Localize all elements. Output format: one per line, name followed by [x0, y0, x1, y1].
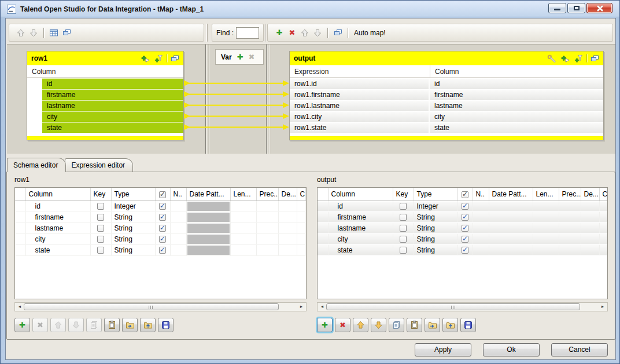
schema-row[interactable]: lastnameString [318, 222, 607, 233]
cell-precision[interactable] [256, 200, 278, 211]
cell-length[interactable] [230, 233, 256, 244]
minimize-mapper-button[interactable] [60, 27, 73, 39]
key-checkbox[interactable] [400, 236, 407, 243]
cell-precision[interactable] [256, 233, 278, 244]
cell-comment[interactable] [297, 222, 306, 233]
cell-type[interactable]: String [111, 211, 155, 222]
output-row-expression[interactable]: row1.firstname [290, 90, 430, 100]
schema-row[interactable]: idInteger [15, 200, 306, 211]
import-schema-button[interactable] [425, 318, 440, 332]
cell-comment[interactable] [599, 200, 607, 211]
cell-precision[interactable] [256, 211, 278, 222]
input-row-column[interactable]: city [42, 112, 183, 122]
cell-date-pattern[interactable] [489, 200, 533, 211]
cell-column[interactable]: firstname [25, 211, 90, 222]
move-down-button[interactable] [371, 318, 386, 332]
cell-column[interactable]: state [328, 244, 393, 255]
key-checkbox[interactable] [97, 225, 104, 232]
import-schema-button[interactable] [122, 318, 138, 332]
restore-mapper-button[interactable] [331, 27, 344, 39]
output-row[interactable]: row1.idid [290, 79, 603, 89]
cell-default[interactable] [581, 233, 599, 244]
cell-column[interactable]: state [25, 244, 90, 255]
cell-type[interactable]: Integer [111, 200, 155, 211]
cell-default[interactable] [278, 211, 297, 222]
add-var-button[interactable]: ✚ [237, 53, 243, 61]
cell-column[interactable]: city [328, 233, 393, 244]
add-output-button[interactable]: ✚ [273, 27, 286, 39]
paste-button[interactable] [104, 318, 120, 332]
output-row-column[interactable]: city [430, 112, 603, 122]
add-filter-icon[interactable] [153, 54, 163, 63]
splitter-handle[interactable] [265, 24, 266, 42]
output-row[interactable]: row1.citycity [290, 112, 603, 122]
close-button[interactable] [586, 3, 612, 13]
nullable-checkbox[interactable] [462, 247, 468, 254]
nullable-checkbox[interactable] [462, 203, 468, 210]
copy-button[interactable] [389, 318, 404, 332]
scroll-left-button[interactable]: ◄ [318, 303, 326, 311]
output-row-expression[interactable]: row1.city [290, 112, 430, 122]
find-input[interactable] [236, 27, 259, 39]
output-row-expression[interactable]: row1.state [290, 122, 430, 133]
input-row[interactable]: state [27, 122, 183, 133]
output-row-column[interactable]: id [430, 79, 603, 89]
cell-default[interactable] [581, 200, 599, 211]
ok-button[interactable]: Ok [483, 343, 540, 356]
cell-column[interactable]: lastname [328, 222, 393, 233]
apply-button[interactable]: Apply [415, 343, 471, 356]
cell-column[interactable]: firstname [328, 211, 393, 222]
cell-length[interactable] [533, 233, 559, 244]
save-schema-button[interactable] [460, 318, 476, 332]
maximize-button[interactable] [567, 3, 585, 13]
window-icon[interactable] [591, 55, 599, 62]
input-row[interactable]: city [27, 112, 183, 122]
scroll-right-button[interactable]: ► [297, 303, 305, 311]
input-row[interactable]: firstname [27, 90, 183, 100]
add-column-button[interactable]: ✚ [14, 318, 30, 332]
cell-type[interactable]: String [111, 244, 155, 255]
cell-date-pattern[interactable] [489, 222, 533, 233]
paste-button[interactable] [407, 318, 422, 332]
cell-default[interactable] [278, 222, 297, 233]
cell-type[interactable]: String [414, 244, 457, 255]
cell-precision[interactable] [559, 200, 581, 211]
input-row-column[interactable]: state [42, 122, 183, 133]
output-row[interactable]: row1.lastnamelastname [290, 101, 603, 111]
tab-expression-editor[interactable]: Expression editor [65, 158, 133, 172]
header-nullable-checkbox[interactable] [462, 191, 468, 198]
cell-comment[interactable] [599, 244, 607, 255]
cell-type[interactable]: String [414, 211, 457, 222]
delete-column-button[interactable]: ✖ [335, 318, 350, 332]
cell-type[interactable]: String [414, 222, 457, 233]
cell-precision[interactable] [559, 233, 581, 244]
output-row-expression[interactable]: row1.id [290, 79, 430, 89]
output-row-column[interactable]: state [430, 122, 603, 133]
input-row[interactable]: id [27, 79, 183, 89]
schema-row[interactable]: cityString [318, 233, 607, 244]
cell-precision[interactable] [256, 222, 278, 233]
cell-length[interactable] [230, 211, 256, 222]
scroll-thumb[interactable] [24, 303, 279, 310]
export-schema-button[interactable] [442, 318, 458, 332]
cell-comment[interactable] [297, 211, 306, 222]
nullable-checkbox[interactable] [159, 214, 166, 221]
cell-type[interactable]: String [111, 222, 155, 233]
cell-length[interactable] [533, 200, 559, 211]
zone-divider[interactable] [266, 44, 270, 154]
schema-view-button[interactable] [47, 27, 60, 39]
cell-length[interactable] [533, 222, 559, 233]
nullable-checkbox[interactable] [159, 247, 166, 254]
scroll-left-button[interactable]: ◄ [16, 303, 24, 311]
key-checkbox[interactable] [400, 247, 407, 254]
nullable-checkbox[interactable] [462, 214, 468, 221]
cell-length[interactable] [230, 200, 256, 211]
cell-comment[interactable] [599, 211, 607, 222]
key-checkbox[interactable] [97, 247, 104, 254]
key-checkbox[interactable] [400, 203, 407, 210]
output-row-column[interactable]: firstname [430, 90, 603, 100]
save-schema-button[interactable] [158, 318, 174, 332]
minimize-button[interactable] [548, 3, 566, 13]
cell-column[interactable]: city [25, 233, 90, 244]
nullable-checkbox[interactable] [159, 236, 166, 243]
